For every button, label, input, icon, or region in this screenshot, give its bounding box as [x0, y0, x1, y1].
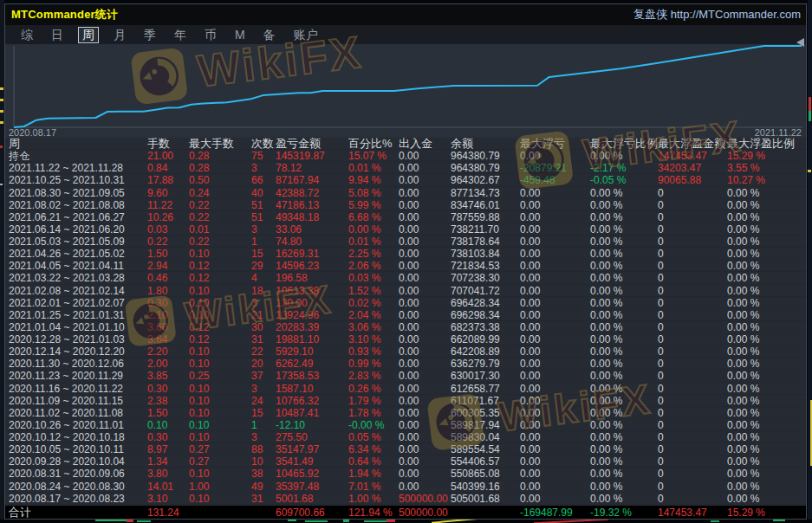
- menu-item-4[interactable]: 月: [110, 28, 129, 42]
- table-row[interactable]: 2020.08.17 ~ 2020.08.233.100.10315001.68…: [5, 493, 806, 505]
- cell: 0.00 %: [727, 260, 759, 272]
- cell: 0.01 %: [348, 162, 380, 174]
- cell: 22: [251, 345, 263, 358]
- menu-item-10[interactable]: 账户: [290, 28, 322, 42]
- cell: 0.00: [520, 493, 540, 505]
- cell: 600305.35: [451, 407, 500, 419]
- cell: 10487.41: [276, 407, 319, 419]
- cell: 1.79 %: [348, 395, 380, 407]
- equity-line: [14, 46, 802, 127]
- cell: 589554.54: [451, 443, 500, 455]
- menu-item-2[interactable]: 日: [48, 28, 67, 42]
- table-row[interactable]: 2021.05.03 ~ 2021.05.090.220.22174.800.0…: [5, 236, 806, 248]
- cell: 37: [251, 370, 263, 382]
- cell: 0.00 %: [590, 223, 622, 236]
- table-row[interactable]: 2020.11.23 ~ 2020.11.293.850.253717358.5…: [5, 370, 806, 382]
- cell: 0.00: [399, 407, 419, 419]
- cell: 0.00 %: [590, 431, 622, 443]
- table-row[interactable]: 2020.11.30 ~ 2020.12.062.000.10206262.49…: [5, 358, 806, 370]
- table-row[interactable]: 2020.11.02 ~ 2020.11.081.500.101510487.4…: [5, 407, 806, 419]
- cell: 16269.31: [276, 248, 319, 260]
- cell: 0.00 %: [590, 419, 622, 431]
- table-row[interactable]: 2020.10.26 ~ 2020.11.010.100.101-12.10-0…: [5, 419, 806, 431]
- table-row[interactable]: 2021.01.25 ~ 2021.01.312.100.102113924.9…: [5, 309, 806, 321]
- table-row[interactable]: 2021.02.08 ~ 2021.02.141.800.101810613.3…: [5, 285, 806, 297]
- cell: 707238.30: [451, 272, 500, 284]
- cell: 51: [251, 211, 263, 223]
- table-row[interactable]: 2021.08.30 ~ 2021.09.059.600.244042388.7…: [5, 187, 806, 199]
- cell: 0.00 %: [727, 321, 759, 333]
- table-row[interactable]: 2021.03.22 ~ 2021.03.280.460.124196.580.…: [5, 272, 806, 284]
- cell: 0: [658, 223, 664, 236]
- table-row[interactable]: 2021.11.22 ~ 2021.11.280.840.28378.120.0…: [5, 162, 806, 174]
- table-row[interactable]: 2020.10.12 ~ 2020.10.180.300.103275.500.…: [5, 431, 806, 443]
- cell: 2020.11.30 ~ 2020.12.06: [9, 358, 124, 370]
- menu-item-3[interactable]: 周: [78, 27, 99, 43]
- cell: 0.00 %: [727, 468, 759, 480]
- table-row[interactable]: 2021.04.26 ~ 2021.05.021.500.101516269.3…: [5, 248, 806, 260]
- table-row[interactable]: 2020.08.24 ~ 2020.08.3014.011.004935397.…: [5, 481, 806, 493]
- cell: 40: [251, 187, 263, 199]
- cell: -0.05 %: [590, 174, 626, 186]
- cell: 0.00: [520, 370, 540, 382]
- cell: 47186.13: [276, 199, 319, 211]
- table-row[interactable]: 2020.09.28 ~ 2020.10.041.340.27103541.49…: [5, 455, 806, 468]
- cell: 0.00 %: [590, 260, 622, 272]
- cell: 0.00 %: [727, 395, 759, 407]
- menu-item-6[interactable]: 年: [171, 28, 190, 42]
- cell: 0.00 %: [727, 407, 759, 419]
- cell: 6.68 %: [348, 211, 380, 223]
- cell: 609700.66: [276, 507, 325, 519]
- table-row[interactable]: 2021.01.04 ~ 2021.01.103.600.123020283.3…: [5, 321, 806, 333]
- cell: 964380.79: [451, 150, 500, 162]
- cell: 15: [251, 407, 263, 419]
- cell: 2021.02.01 ~ 2021.02.07: [9, 297, 125, 309]
- cell: 9.60: [147, 187, 167, 199]
- table-row[interactable]: 2021.06.14 ~ 2021.06.200.030.01333.060.0…: [5, 223, 806, 236]
- cell: 0.00 %: [727, 211, 759, 223]
- table-row[interactable]: 2021.02.01 ~ 2021.02.070.300.103130.000.…: [5, 297, 806, 309]
- cell: 2021.04.26 ~ 2021.05.02: [9, 248, 125, 260]
- table-row[interactable]: 2021.04.05 ~ 2021.04.112.940.122914596.2…: [5, 260, 806, 272]
- table-row[interactable]: 2020.11.09 ~ 2020.11.152.380.102410766.3…: [5, 395, 806, 407]
- menu-item-7[interactable]: 币: [201, 28, 220, 42]
- cell: 0.22: [147, 236, 167, 248]
- menu-item-5[interactable]: 季: [140, 28, 159, 42]
- cell: 0.00 %: [727, 443, 759, 455]
- menu-item-9[interactable]: 备: [260, 28, 279, 42]
- cell: 0.00 %: [590, 321, 622, 333]
- cell: 0.00 %: [727, 358, 759, 370]
- cell: 0.00 %: [727, 383, 759, 395]
- brand-link[interactable]: 复盘侠 http://MTCommander.com: [633, 4, 801, 25]
- table-row[interactable]: 2020.12.28 ~ 2021.01.033.640.123119881.1…: [5, 333, 806, 345]
- cell: 0.03 %: [348, 272, 380, 284]
- cell: 5929.10: [276, 345, 313, 358]
- cell: 0.10: [189, 309, 209, 321]
- table-header-row: 周手数最大手数次数盈亏金额百分比%出入金余额最大浮亏最大浮亏比例最大浮盈金额最大…: [5, 138, 806, 150]
- cell: 5.99 %: [348, 199, 380, 211]
- table-row[interactable]: 2020.08.31 ~ 2020.09.063.800.103810465.9…: [5, 468, 806, 480]
- cell: 2021.03.22 ~ 2021.03.28: [9, 272, 125, 284]
- menu-item-8[interactable]: M: [231, 28, 249, 42]
- cell: 2.25 %: [348, 248, 380, 260]
- table-row[interactable]: 2020.12.14 ~ 2020.12.202.200.10225929.10…: [5, 345, 806, 358]
- cell: 1.50: [147, 248, 167, 260]
- cell: 42388.72: [276, 187, 319, 199]
- cell: 3.85: [147, 370, 167, 382]
- table-row[interactable]: 持仓21.000.2875145319.8715.07 %0.00964380.…: [5, 150, 806, 162]
- cell: 0.93 %: [348, 345, 380, 358]
- cell: 738178.64: [451, 236, 500, 248]
- table-row[interactable]: 2021.08.02 ~ 2021.08.0811.220.225147186.…: [5, 199, 806, 211]
- cell: 0.00: [520, 455, 540, 468]
- menu-item-1[interactable]: 综: [17, 28, 36, 42]
- cell: 11.22: [147, 199, 172, 211]
- cell: 2020.10.12 ~ 2020.10.18: [9, 431, 125, 443]
- table-row[interactable]: 2020.11.16 ~ 2020.11.220.300.1031587.100…: [5, 383, 806, 395]
- table-row[interactable]: 2021.06.21 ~ 2021.06.2710.260.225149348.…: [5, 211, 806, 223]
- cell: 0.00: [520, 285, 540, 297]
- cell: 3.06 %: [348, 321, 380, 333]
- table-row[interactable]: 2021.10.25 ~ 2021.10.3117.880.506687167.…: [5, 174, 806, 186]
- cell: 0.10: [189, 248, 209, 260]
- cell: 0: [658, 345, 664, 358]
- table-row[interactable]: 2020.10.05 ~ 2020.10.118.970.278835147.9…: [5, 443, 806, 455]
